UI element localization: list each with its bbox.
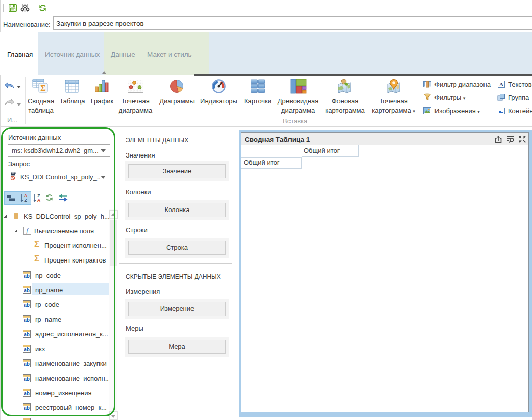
svg-text:A: A	[499, 81, 503, 87]
svg-text:Σ: Σ	[40, 84, 45, 92]
